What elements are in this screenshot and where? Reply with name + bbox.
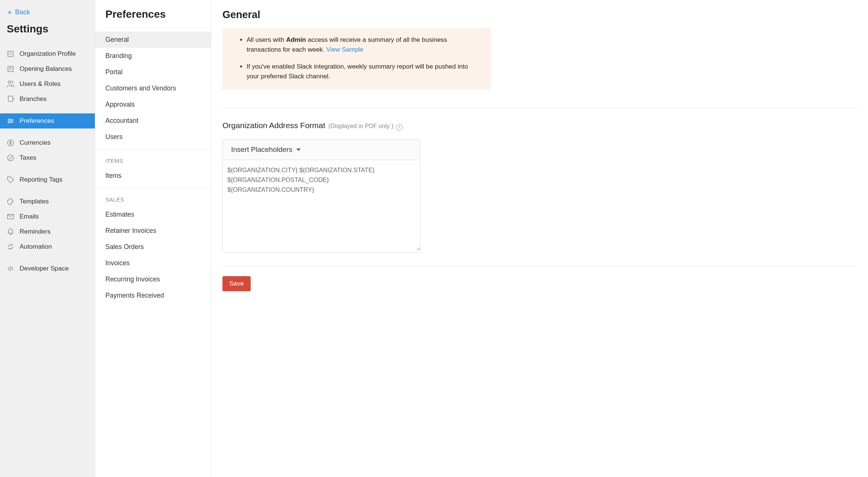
- prefs-item-approvals[interactable]: Approvals: [95, 96, 211, 113]
- content-area: General All users with Admin access will…: [211, 0, 868, 477]
- prefs-item-recurring-invoices[interactable]: Recurring Invoices: [95, 271, 211, 287]
- refresh-icon: [7, 243, 14, 251]
- balance-icon: [7, 65, 14, 73]
- prefs-item-invoices[interactable]: Invoices: [95, 255, 211, 271]
- prefs-item-payments-received[interactable]: Payments Received: [95, 287, 211, 304]
- address-format-block: Insert Placeholders: [222, 139, 420, 252]
- prefs-item-customers-and-vendors[interactable]: Customers and Vendors: [95, 80, 211, 96]
- prefs-item-items[interactable]: Items: [95, 168, 211, 184]
- bell-icon: [7, 228, 14, 235]
- percent-icon: [7, 154, 14, 162]
- view-sample-link[interactable]: View Sample: [326, 46, 364, 53]
- sidebar-item-label: Preferences: [20, 117, 54, 125]
- sidebar-item-taxes[interactable]: Taxes: [0, 150, 95, 165]
- address-format-subheading: (Displayed in PDF only ): [329, 123, 394, 129]
- code-icon: [7, 265, 14, 272]
- page-title: General: [222, 9, 857, 21]
- sidebar-item-label: Templates: [20, 198, 49, 205]
- prefs-section-items: ITEMS: [95, 150, 211, 168]
- section-divider: [222, 108, 857, 108]
- dollar-icon: [7, 139, 14, 147]
- sidebar-item-opening-balances[interactable]: Opening Balances: [0, 61, 95, 76]
- sidebar-item-label: Automation: [20, 243, 52, 251]
- sidebar-item-reminders[interactable]: Reminders: [0, 224, 95, 239]
- prefs-item-portal[interactable]: Portal: [95, 64, 211, 80]
- dropdown-label: Insert Placeholders: [231, 145, 292, 154]
- settings-sidebar: Back Settings Organization ProfileOpenin…: [0, 0, 95, 477]
- sidebar-item-templates[interactable]: Templates: [0, 194, 95, 209]
- users-icon: [7, 80, 14, 88]
- sidebar-item-label: Reporting Tags: [20, 176, 62, 183]
- preferences-sidebar: Preferences GeneralBrandingPortalCustome…: [95, 0, 211, 477]
- preferences-title: Preferences: [95, 8, 211, 20]
- help-icon[interactable]: ?: [396, 124, 403, 131]
- address-format-textarea[interactable]: [223, 160, 420, 251]
- sidebar-item-branches[interactable]: Branches: [0, 92, 95, 107]
- sidebar-item-label: Taxes: [20, 154, 36, 162]
- callout-bullet-1: All users with Admin access will receive…: [247, 35, 480, 55]
- sidebar-item-preferences[interactable]: Preferences: [0, 113, 95, 128]
- sidebar-item-label: Users & Roles: [20, 80, 61, 88]
- info-callout: All users with Admin access will receive…: [222, 28, 491, 90]
- prefs-section-sales: SALES: [95, 188, 211, 206]
- sidebar-item-emails[interactable]: Emails: [0, 209, 95, 224]
- sidebar-item-label: Branches: [20, 95, 47, 103]
- save-button[interactable]: Save: [222, 276, 251, 291]
- building-icon: [7, 50, 14, 58]
- sidebar-item-org-profile[interactable]: Organization Profile: [0, 46, 95, 61]
- back-link[interactable]: Back: [0, 8, 95, 16]
- prefs-item-sales-orders[interactable]: Sales Orders: [95, 239, 211, 255]
- sidebar-item-label: Currencies: [20, 139, 50, 147]
- prefs-item-estimates[interactable]: Estimates: [95, 206, 211, 223]
- prefs-item-users[interactable]: Users: [95, 129, 211, 145]
- sidebar-item-reporting-tags[interactable]: Reporting Tags: [0, 172, 95, 187]
- prefs-item-general[interactable]: General: [95, 32, 211, 48]
- back-label: Back: [15, 8, 30, 16]
- arrow-left-icon: [7, 9, 13, 15]
- prefs-item-branding[interactable]: Branding: [95, 48, 211, 64]
- tag-icon: [7, 176, 14, 183]
- prefs-item-accountant[interactable]: Accountant: [95, 113, 211, 129]
- prefs-item-retainer-invoices[interactable]: Retainer Invoices: [95, 223, 211, 239]
- sidebar-item-label: Organization Profile: [20, 50, 76, 58]
- sidebar-item-label: Emails: [20, 213, 39, 220]
- map-pin-icon: [7, 95, 14, 103]
- sliders-icon: [7, 117, 14, 125]
- sidebar-item-label: Opening Balances: [20, 65, 72, 73]
- caret-down-icon: [296, 148, 301, 151]
- insert-placeholders-dropdown[interactable]: Insert Placeholders: [223, 139, 420, 160]
- sidebar-item-label: Developer Space: [20, 265, 69, 272]
- callout-bullet-2: If you've enabled Slack integration, wee…: [247, 62, 480, 82]
- sidebar-item-label: Reminders: [20, 228, 50, 235]
- settings-title: Settings: [0, 23, 95, 35]
- sidebar-item-automation[interactable]: Automation: [0, 239, 95, 254]
- palette-icon: [7, 198, 14, 205]
- mail-icon: [7, 213, 14, 220]
- address-format-heading: Organization Address Format: [222, 121, 325, 130]
- sidebar-item-currencies[interactable]: Currencies: [0, 135, 95, 150]
- sidebar-item-users-roles[interactable]: Users & Roles: [0, 76, 95, 92]
- sidebar-item-developer-space[interactable]: Developer Space: [0, 261, 95, 276]
